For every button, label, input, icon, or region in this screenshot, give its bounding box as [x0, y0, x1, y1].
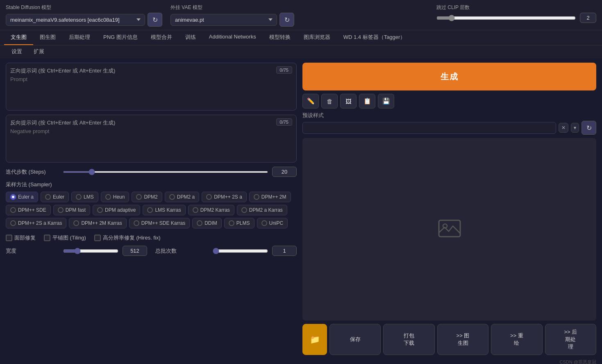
model-label: Stable Diffusion 模型 — [6, 4, 162, 11]
radio-unipc — [261, 220, 267, 226]
sampler-dpm2[interactable]: DPM2 — [132, 192, 162, 202]
trash-button[interactable]: 🗑 — [321, 94, 338, 109]
folder-button[interactable]: 📁 — [302, 324, 327, 355]
image-button[interactable]: 🖼 — [340, 94, 357, 109]
tab-txt2img[interactable]: 文生图 — [4, 30, 33, 45]
redraw-button-label: >> 重绘 — [510, 332, 523, 347]
sampler-euler-a[interactable]: Euler a — [6, 192, 38, 202]
sub-tab-bar: 设置 扩展 — [0, 45, 602, 59]
face-fix-checkbox[interactable]: 面部修复 — [6, 234, 36, 242]
sampler-dpm2-karras[interactable]: DPM2 Karras — [188, 205, 234, 215]
postprocess-button[interactable]: >> 后期处理 — [545, 324, 596, 355]
wt-row: 宽度 512 总批次数 1 — [6, 246, 297, 256]
radio-lms-karras — [147, 207, 153, 213]
tab-pnginfo[interactable]: PNG 图片信息 — [97, 30, 144, 45]
tab-train[interactable]: 训练 — [179, 30, 202, 45]
steps-label: 迭代步数 (Steps) — [6, 168, 59, 176]
width-slider[interactable] — [63, 248, 118, 254]
sampler-euler-label: Euler — [53, 194, 64, 200]
sampler-unipc[interactable]: UniPC — [257, 218, 288, 228]
folder-icon: 📁 — [310, 335, 320, 344]
sampler-dpmpp2m[interactable]: DPM++ 2M — [249, 192, 291, 202]
radio-ddim — [197, 220, 202, 226]
sampler-plms[interactable]: PLMS — [224, 218, 254, 228]
vae-refresh-button[interactable]: ↻ — [279, 13, 294, 27]
sampler-dpm2-a[interactable]: DPM2 a — [165, 192, 199, 202]
preset-refresh-button[interactable]: ↻ — [582, 121, 596, 135]
positive-prompt-input[interactable] — [10, 76, 292, 105]
clip-slider[interactable] — [436, 15, 576, 21]
save-button[interactable]: 保存 — [329, 324, 381, 355]
redraw-button[interactable]: >> 重绘 — [491, 324, 542, 355]
tab-img2img[interactable]: 图生图 — [33, 30, 62, 45]
preset-clear-button[interactable]: ✕ — [559, 123, 568, 133]
zip-button-label: 打包 下载 — [404, 332, 414, 347]
radio-dpm-fast — [58, 207, 64, 213]
radio-dpm2-a — [169, 194, 175, 200]
preset-label: 预设样式 — [302, 112, 596, 119]
positive-prompt-count: 0/75 — [276, 66, 292, 74]
sampler-ddim[interactable]: DDIM — [192, 218, 222, 228]
model-refresh-button[interactable]: ↻ — [148, 13, 162, 27]
sampler-dpmpp-sde-karras[interactable]: DPM++ SDE Karras — [129, 218, 190, 228]
width-value: 512 — [123, 246, 147, 256]
radio-heun — [105, 194, 111, 200]
sampler-dpmpp2m-karras[interactable]: DPM++ 2M Karras — [69, 218, 126, 228]
tab-browser[interactable]: 图库浏览器 — [297, 30, 337, 45]
radio-dpmpp-sde-karras — [134, 220, 139, 226]
sampler-dpm-fast[interactable]: DPM fast — [53, 205, 90, 215]
sampler-dpm-adaptive-label: DPM adaptive — [105, 207, 136, 213]
sampler-euler[interactable]: Euler — [41, 192, 69, 202]
face-fix-label: 面部修复 — [14, 234, 36, 242]
radio-dpmpp2m — [254, 194, 259, 200]
radio-dpmpp2s-a — [206, 194, 212, 200]
sampler-dpmpp2s-a[interactable]: DPM++ 2S a — [202, 192, 247, 202]
sampler-lms-karras[interactable]: LMS Karras — [143, 205, 185, 215]
tab-additional-networks[interactable]: Additional Networks — [202, 30, 263, 45]
width-item: 宽度 512 — [6, 246, 147, 256]
toolbar-row: ✏️ 🗑 🖼 📋 💾 — [302, 94, 596, 109]
clip-section: 跳过 CLIP 层数 2 — [436, 4, 596, 23]
tab-extensions[interactable]: 扩展 — [28, 45, 50, 59]
total-slider[interactable] — [213, 248, 268, 254]
clipboard-button[interactable]: 📋 — [359, 94, 375, 109]
preset-input[interactable] — [302, 122, 556, 134]
steps-value: 20 — [272, 167, 297, 177]
edit-button[interactable]: ✏️ — [302, 94, 319, 109]
negative-prompt-input[interactable] — [10, 128, 292, 157]
negative-prompt-label: 反向提示词 (按 Ctrl+Enter 或 Alt+Enter 生成) — [10, 119, 292, 127]
preset-dropdown-button[interactable]: ▾ — [571, 123, 579, 133]
sampler-lms[interactable]: LMS — [71, 192, 98, 202]
sampler-dpm2-a-karras[interactable]: DPM2 a Karras — [237, 205, 287, 215]
trash-icon: 🗑 — [327, 98, 333, 105]
tab-settings[interactable]: 设置 — [6, 45, 28, 59]
hires-checkbox[interactable]: 高分辨率修复 (Hires. fix) — [94, 234, 161, 242]
hires-label: 高分辨率修复 (Hires. fix) — [103, 234, 161, 242]
negative-prompt-count: 0/75 — [276, 118, 292, 126]
generate-button[interactable]: 生成 — [302, 63, 596, 90]
save-button-label: 保存 — [350, 336, 361, 343]
sampler-ddim-label: DDIM — [204, 220, 217, 226]
save-style-button[interactable]: 💾 — [378, 94, 394, 109]
steps-slider[interactable] — [63, 171, 268, 173]
sampler-dpm-adaptive[interactable]: DPM adaptive — [93, 205, 140, 215]
sampler-plms-label: PLMS — [236, 220, 250, 226]
save-icon: 💾 — [382, 97, 390, 105]
tab-tagger[interactable]: WD 1.4 标签器（Tagger） — [337, 30, 412, 45]
to-img2img-button[interactable]: >> 图生图 — [437, 324, 488, 355]
tab-merge[interactable]: 模型合并 — [144, 30, 179, 45]
tab-convert[interactable]: 模型转换 — [263, 30, 297, 45]
width-label: 宽度 — [6, 247, 59, 255]
radio-dpmpp2m-karras — [73, 220, 79, 226]
zip-download-button[interactable]: 打包 下载 — [383, 324, 434, 355]
vae-select[interactable]: animevae.pt — [170, 14, 277, 26]
tiling-checkbox[interactable]: 平铺图 (Tiling) — [44, 234, 86, 242]
model-select[interactable]: meinamix_meinaV9.safetensors [eac6c08a19… — [6, 14, 145, 26]
sampler-dpmpp2s-a-karras[interactable]: DPM++ 2S a Karras — [6, 218, 66, 228]
tiling-label: 平铺图 (Tiling) — [52, 234, 86, 242]
tab-postprocess[interactable]: 后期处理 — [62, 30, 97, 45]
total-label: 总批次数 — [155, 247, 209, 255]
left-panel: 正向提示词 (按 Ctrl+Enter 或 Alt+Enter 生成) 0/75… — [6, 63, 297, 364]
sampler-dpmpp-sde[interactable]: DPM++ SDE — [6, 205, 51, 215]
sampler-heun[interactable]: Heun — [101, 192, 129, 202]
